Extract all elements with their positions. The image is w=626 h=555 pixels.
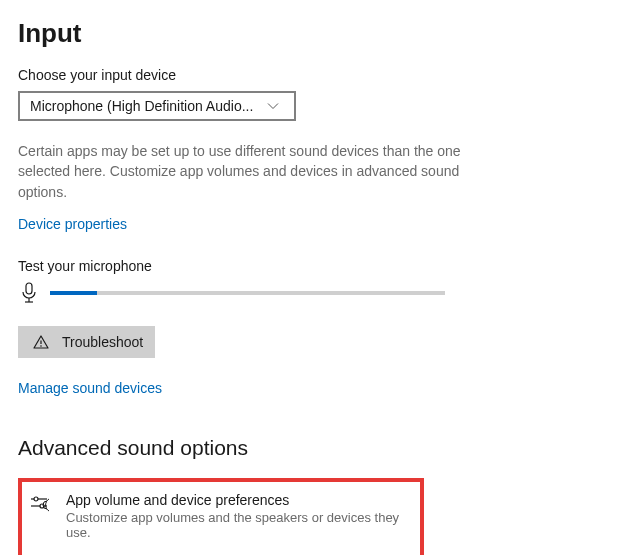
input-device-dropdown[interactable]: Microphone (High Definition Audio... [18, 91, 296, 121]
highlight-box: App volume and device preferences Custom… [18, 478, 424, 555]
manage-sound-devices-link[interactable]: Manage sound devices [18, 380, 162, 396]
app-volume-preferences-row[interactable]: App volume and device preferences Custom… [30, 492, 408, 540]
chevron-down-icon [262, 100, 284, 112]
device-properties-link[interactable]: Device properties [18, 216, 127, 232]
app-volume-subtitle: Customize app volumes and the speakers o… [66, 510, 408, 540]
choose-input-label: Choose your input device [18, 67, 602, 83]
svg-rect-0 [26, 283, 32, 294]
troubleshoot-button[interactable]: Troubleshoot [18, 326, 155, 358]
advanced-heading: Advanced sound options [18, 436, 602, 460]
mic-level-fill [50, 291, 97, 295]
test-mic-label: Test your microphone [18, 258, 602, 274]
svg-point-6 [34, 497, 38, 501]
troubleshoot-label: Troubleshoot [62, 334, 143, 350]
mic-level-meter [50, 291, 445, 295]
microphone-icon [18, 282, 40, 304]
sliders-icon [30, 492, 52, 515]
warning-icon [30, 334, 52, 350]
input-heading: Input [18, 18, 602, 49]
input-help-text: Certain apps may be set up to use differ… [18, 141, 468, 202]
app-volume-title: App volume and device preferences [66, 492, 408, 508]
svg-point-4 [40, 345, 42, 347]
input-device-selected: Microphone (High Definition Audio... [30, 98, 253, 114]
